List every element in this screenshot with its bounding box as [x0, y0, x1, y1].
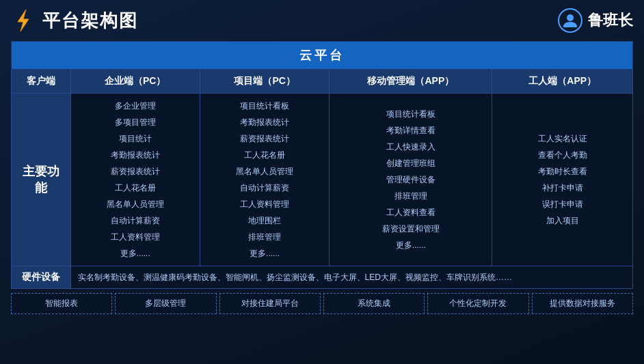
enterprise-item-2: 多项目管理	[77, 114, 194, 130]
worker-item-1: 工人实名认证	[498, 130, 627, 147]
enterprise-item-8: 自动计算薪资	[77, 212, 194, 229]
col-header-enterprise: 企业端（PC）	[70, 70, 200, 94]
page-wrapper: 平台架构图 鲁班长 云平台 客户端 企业端（PC） 项目端（PC） 移动管理端（…	[0, 0, 644, 364]
header: 平台架构图 鲁班长	[11, 8, 633, 33]
mobile-item-6: 排班管理	[335, 188, 486, 204]
worker-item-3: 考勤时长查看	[498, 163, 627, 180]
feature-platform-connect: 对接住建局平台	[219, 293, 321, 314]
features-row: 智能报表 多层级管理 对接住建局平台 系统集成 个性化定制开发 提供数据对接服务	[11, 293, 633, 314]
project-item-4: 工人花名册	[206, 147, 323, 163]
col-header-row: 客户端 企业端（PC） 项目端（PC） 移动管理端（APP） 工人端（APP）	[12, 70, 633, 94]
project-pc-cell: 项目统计看板 考勤报表统计 薪资报表统计 工人花名册 黑名单人员管理 自动计算薪…	[200, 94, 329, 266]
col-header-client: 客户端	[12, 70, 71, 94]
hardware-row: 硬件设备 实名制考勤设备、测温健康码考勤设备、智能闸机、扬尘监测设备、电子大屏、…	[12, 266, 633, 289]
feature-multilevel: 多层级管理	[115, 293, 216, 314]
project-item-6: 自动计算薪资	[206, 180, 323, 196]
hardware-content: 实名制考勤设备、测温健康码考勤设备、智能闸机、扬尘监测设备、电子大屏、LED大屏…	[70, 266, 632, 289]
mobile-item-2: 考勤详情查看	[335, 122, 486, 139]
worker-item-4: 补打卡申请	[498, 180, 627, 196]
project-item-9: 排班管理	[206, 229, 323, 245]
svg-point-2	[567, 14, 574, 21]
brand-name: 鲁班长	[588, 10, 633, 31]
enterprise-pc-cell: 多企业管理 多项目管理 项目统计 考勤报表统计 薪资报表统计 工人花名册 黑名单…	[70, 94, 200, 266]
mobile-item-9: 更多......	[335, 237, 486, 253]
worker-item-5: 误打卡申请	[498, 196, 627, 212]
enterprise-item-5: 薪资报表统计	[77, 163, 194, 180]
project-item-5: 黑名单人员管理	[206, 163, 323, 180]
cloud-platform-cell: 云平台	[12, 42, 633, 70]
mobile-item-8: 薪资设置和管理	[335, 221, 486, 237]
enterprise-item-9: 工人资料管理	[77, 229, 194, 245]
enterprise-item-3: 项目统计	[77, 130, 194, 147]
project-item-7: 工人资料管理	[206, 196, 323, 212]
worker-item-6: 加入项目	[498, 212, 627, 229]
enterprise-item-4: 考勤报表统计	[77, 147, 194, 163]
feature-data-service: 提供数据对接服务	[532, 293, 633, 314]
page-title: 平台架构图	[42, 9, 138, 33]
architecture-table: 云平台 客户端 企业端（PC） 项目端（PC） 移动管理端（APP） 工人端（A…	[11, 41, 633, 289]
brand-logo: 鲁班长	[558, 8, 633, 33]
hardware-label: 硬件设备	[12, 266, 71, 289]
col-header-worker: 工人端（APP）	[492, 70, 633, 94]
project-item-2: 考勤报表统计	[206, 114, 323, 130]
brand-icon	[558, 8, 582, 33]
project-item-8: 地理围栏	[206, 212, 323, 229]
feature-smart-report: 智能报表	[11, 293, 112, 314]
mobile-app-cell: 项目统计看板 考勤详情查看 工人快速录入 创建管理班组 管理硬件设备 排班管理 …	[330, 94, 492, 266]
project-item-1: 项目统计看板	[206, 98, 323, 114]
enterprise-item-10: 更多......	[77, 245, 194, 262]
mobile-item-7: 工人资料查看	[335, 204, 486, 221]
project-item-3: 薪资报表统计	[206, 130, 323, 147]
enterprise-item-6: 工人花名册	[77, 180, 194, 196]
mobile-item-5: 管理硬件设备	[335, 171, 486, 188]
header-left: 平台架构图	[11, 8, 138, 33]
worker-item-2: 查看个人考勤	[498, 147, 627, 163]
enterprise-item-1: 多企业管理	[77, 98, 194, 114]
mobile-item-1: 项目统计看板	[335, 106, 486, 122]
main-functions-row: 主要功能 多企业管理 多项目管理 项目统计 考勤报表统计 薪资报表统计 工人花名…	[12, 94, 633, 266]
cloud-row: 云平台	[12, 42, 633, 70]
svg-marker-0	[18, 10, 29, 31]
col-header-mobile: 移动管理端（APP）	[330, 70, 492, 94]
main-func-label: 主要功能	[12, 94, 71, 266]
mobile-item-3: 工人快速录入	[335, 139, 486, 155]
mobile-item-4: 创建管理班组	[335, 155, 486, 171]
project-item-10: 更多......	[206, 245, 323, 262]
enterprise-item-7: 黑名单人员管理	[77, 196, 194, 212]
feature-custom-dev: 个性化定制开发	[427, 293, 528, 314]
worker-app-cell: 工人实名认证 查看个人考勤 考勤时长查看 补打卡申请 误打卡申请 加入项目	[492, 94, 633, 266]
logo-icon	[11, 8, 36, 33]
feature-system-integration: 系统集成	[323, 293, 425, 314]
col-header-project: 项目端（PC）	[200, 70, 329, 94]
